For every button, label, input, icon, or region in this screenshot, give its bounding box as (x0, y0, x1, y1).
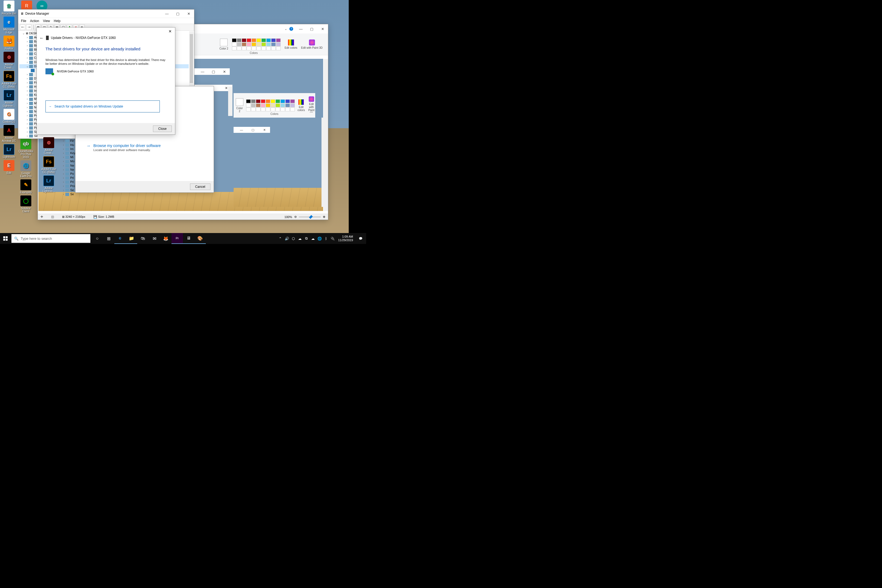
zoom-in-button[interactable]: ⊕ (323, 215, 325, 219)
minimize-button[interactable]: — (161, 9, 172, 18)
palette-color[interactable] (266, 42, 271, 46)
palette-color[interactable] (252, 42, 256, 46)
menu-item[interactable]: Action (30, 19, 39, 23)
bluetooth-icon[interactable]: ᛒ (323, 233, 329, 244)
taskbar-clock[interactable]: 1:09 AM 11/29/2019 (336, 235, 355, 242)
close-button[interactable]: ✕ (219, 68, 230, 75)
mail-taskbar-icon[interactable]: ✉ (148, 233, 160, 244)
tray-icon[interactable]: ⬡ (290, 233, 297, 244)
maximize-button[interactable]: ▢ (172, 9, 183, 18)
close-button[interactable]: ✕ (259, 127, 270, 133)
back-button[interactable]: ← (39, 36, 44, 40)
firefox-taskbar-icon[interactable]: 🦊 (160, 233, 171, 244)
desktop-icon[interactable]: ◯Solstice Client (18, 195, 34, 213)
palette-color[interactable] (266, 104, 270, 107)
palette-color[interactable] (232, 38, 237, 42)
palette-color[interactable] (232, 42, 237, 46)
zoom-out-button[interactable]: ⊖ (294, 215, 297, 219)
paint-taskbar-icon[interactable]: 🎨 (194, 233, 206, 244)
desktop-icon[interactable]: GGodox G1 (1, 109, 17, 123)
close-button[interactable]: ✕ (183, 9, 194, 18)
ribbon-collapse-icon[interactable]: ⌄ (285, 27, 287, 31)
palette-color[interactable] (246, 99, 251, 103)
close-button[interactable]: Close (153, 126, 172, 132)
store-taskbar-icon[interactable]: 🛍 (137, 233, 148, 244)
palette-color[interactable] (285, 99, 290, 103)
paint3d-button[interactable]: Edit with Paint 3D (301, 39, 322, 49)
palette-color[interactable] (261, 38, 266, 42)
palette-color[interactable] (276, 104, 280, 107)
minimize-button[interactable]: — (296, 25, 306, 33)
palette-color[interactable] (266, 99, 270, 103)
palette-color[interactable] (285, 104, 290, 107)
edge-taskbar-icon[interactable]: e (114, 233, 126, 244)
palette-color[interactable] (271, 42, 276, 46)
palette-color[interactable] (280, 104, 285, 107)
action-center-icon[interactable]: 💬 (355, 233, 366, 244)
onedrive-icon[interactable]: ☁ (297, 233, 303, 244)
palette-color[interactable] (276, 42, 280, 46)
volume-icon[interactable]: 🔊 (284, 233, 290, 244)
premiere-taskbar-icon[interactable]: Pr (171, 233, 183, 244)
palette-color[interactable] (261, 99, 266, 103)
palette-color[interactable] (290, 104, 295, 107)
cortana-icon[interactable]: ○ (92, 233, 103, 244)
palette-color[interactable] (256, 42, 261, 46)
zoom-slider[interactable] (299, 216, 321, 218)
nav-forward-button[interactable]: ⭢ (26, 24, 32, 30)
network-icon[interactable]: 🌐 (316, 233, 323, 244)
browse-computer-option[interactable]: → Browse my computer for driver software… (86, 144, 203, 152)
weather-tray-icon[interactable]: ☁ (310, 233, 316, 244)
palette-color[interactable] (290, 99, 295, 103)
menu-item[interactable]: View (43, 19, 50, 23)
desktop-icon[interactable]: ✎Examplify (18, 179, 34, 194)
desktop-icon[interactable]: ⊚Adobe Creati... (1, 52, 17, 69)
palette-color[interactable] (237, 42, 242, 46)
desktop-icon[interactable]: FsAdobe Fuse CC (Beta) (41, 156, 57, 174)
desktop-icon[interactable]: 🗑Recycle Bin (1, 0, 17, 15)
palette-color[interactable] (242, 38, 246, 42)
palette-color[interactable] (247, 38, 251, 42)
close-button[interactable]: ✕ (168, 29, 172, 33)
desktop-icon[interactable]: EEdit (1, 160, 17, 174)
palette-color[interactable] (256, 104, 261, 107)
palette-color[interactable] (247, 42, 251, 46)
desktop-icon[interactable]: ⊚Adobe Creati... (41, 137, 57, 154)
maximize-button[interactable]: ▢ (247, 127, 259, 133)
palette-color[interactable] (246, 104, 251, 107)
edit-colors-button[interactable]: Edit colors (285, 39, 297, 49)
palette-color[interactable] (261, 42, 266, 46)
maximize-button[interactable]: ▢ (208, 68, 219, 75)
desktop-icon[interactable]: LrAdobe Lightroo... (41, 175, 57, 193)
minimize-button[interactable]: — (236, 127, 247, 133)
palette-color[interactable] (252, 38, 256, 42)
palette-color[interactable] (271, 99, 275, 103)
desktop-icon[interactable]: AAdobe Acrobat DC (1, 125, 17, 142)
desktop-icon[interactable]: FsAdobe Fuse CC (Beta) (1, 71, 17, 88)
menu-item[interactable]: Help (54, 19, 61, 23)
palette-color[interactable] (266, 38, 271, 42)
palette-color[interactable] (271, 104, 275, 107)
scrollbar-fragment[interactable] (228, 87, 232, 116)
edit-colors-button[interactable]: Edit colors (297, 99, 305, 112)
desktop-icon[interactable]: qbQuickBooks Pro Plus 2019 (18, 138, 34, 159)
help-icon[interactable]: ? (290, 27, 293, 31)
palette-color[interactable] (242, 42, 246, 46)
close-button[interactable]: ✕ (317, 25, 328, 33)
nav-back-button[interactable]: ⭠ (20, 24, 26, 30)
maximize-button[interactable]: ▢ (306, 25, 317, 33)
start-button[interactable] (0, 233, 11, 244)
taskbar-search[interactable]: 🔍 Type here to search (11, 234, 90, 243)
power-icon[interactable]: 🔌 (329, 233, 336, 244)
desktop-icon[interactable]: 🌐Google Earth Pro (18, 160, 34, 178)
palette-color[interactable] (276, 99, 280, 103)
search-windows-update-link[interactable]: → Search for updated drivers on Windows … (45, 100, 160, 112)
paint3d-button[interactable]: Edit with Paint 3D (308, 96, 315, 115)
desktop-icon[interactable]: eMicrosoft Edge (1, 16, 17, 34)
palette-color[interactable] (261, 104, 266, 107)
palette-color[interactable] (251, 104, 256, 107)
palette-color[interactable] (280, 99, 285, 103)
desktop-icon[interactable]: LrLightroom (1, 144, 17, 158)
task-view-icon[interactable]: ⊞ (103, 233, 114, 244)
desktop-icon[interactable]: LrAdobe Lightroo... (1, 90, 17, 107)
